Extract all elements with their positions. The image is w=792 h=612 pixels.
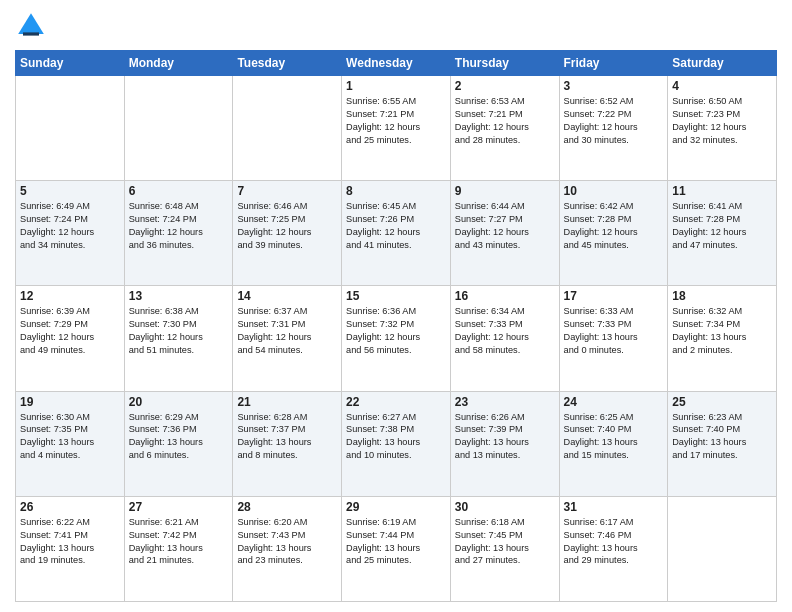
weekday-header-friday: Friday: [559, 51, 668, 76]
day-number: 21: [237, 395, 337, 409]
day-info: Sunrise: 6:22 AM Sunset: 7:41 PM Dayligh…: [20, 516, 120, 568]
day-info: Sunrise: 6:34 AM Sunset: 7:33 PM Dayligh…: [455, 305, 555, 357]
day-info: Sunrise: 6:17 AM Sunset: 7:46 PM Dayligh…: [564, 516, 664, 568]
weekday-header-row: SundayMondayTuesdayWednesdayThursdayFrid…: [16, 51, 777, 76]
day-info: Sunrise: 6:32 AM Sunset: 7:34 PM Dayligh…: [672, 305, 772, 357]
day-info: Sunrise: 6:48 AM Sunset: 7:24 PM Dayligh…: [129, 200, 229, 252]
calendar-cell: 6Sunrise: 6:48 AM Sunset: 7:24 PM Daylig…: [124, 181, 233, 286]
calendar-cell: 26Sunrise: 6:22 AM Sunset: 7:41 PM Dayli…: [16, 496, 125, 601]
calendar-cell: 19Sunrise: 6:30 AM Sunset: 7:35 PM Dayli…: [16, 391, 125, 496]
calendar-cell: 24Sunrise: 6:25 AM Sunset: 7:40 PM Dayli…: [559, 391, 668, 496]
calendar-week-row: 1Sunrise: 6:55 AM Sunset: 7:21 PM Daylig…: [16, 76, 777, 181]
day-number: 30: [455, 500, 555, 514]
calendar-cell: 30Sunrise: 6:18 AM Sunset: 7:45 PM Dayli…: [450, 496, 559, 601]
day-number: 11: [672, 184, 772, 198]
day-info: Sunrise: 6:38 AM Sunset: 7:30 PM Dayligh…: [129, 305, 229, 357]
day-info: Sunrise: 6:49 AM Sunset: 7:24 PM Dayligh…: [20, 200, 120, 252]
day-info: Sunrise: 6:50 AM Sunset: 7:23 PM Dayligh…: [672, 95, 772, 147]
calendar-table: SundayMondayTuesdayWednesdayThursdayFrid…: [15, 50, 777, 602]
calendar-week-row: 26Sunrise: 6:22 AM Sunset: 7:41 PM Dayli…: [16, 496, 777, 601]
day-info: Sunrise: 6:36 AM Sunset: 7:32 PM Dayligh…: [346, 305, 446, 357]
day-info: Sunrise: 6:25 AM Sunset: 7:40 PM Dayligh…: [564, 411, 664, 463]
logo: [15, 10, 51, 42]
calendar-week-row: 19Sunrise: 6:30 AM Sunset: 7:35 PM Dayli…: [16, 391, 777, 496]
calendar-cell: 22Sunrise: 6:27 AM Sunset: 7:38 PM Dayli…: [342, 391, 451, 496]
calendar-cell: 4Sunrise: 6:50 AM Sunset: 7:23 PM Daylig…: [668, 76, 777, 181]
weekday-header-sunday: Sunday: [16, 51, 125, 76]
calendar-cell: [668, 496, 777, 601]
day-number: 16: [455, 289, 555, 303]
day-info: Sunrise: 6:21 AM Sunset: 7:42 PM Dayligh…: [129, 516, 229, 568]
day-info: Sunrise: 6:27 AM Sunset: 7:38 PM Dayligh…: [346, 411, 446, 463]
day-info: Sunrise: 6:42 AM Sunset: 7:28 PM Dayligh…: [564, 200, 664, 252]
day-info: Sunrise: 6:52 AM Sunset: 7:22 PM Dayligh…: [564, 95, 664, 147]
svg-rect-1: [23, 32, 39, 35]
day-number: 4: [672, 79, 772, 93]
svg-marker-0: [18, 13, 44, 34]
day-number: 23: [455, 395, 555, 409]
weekday-header-thursday: Thursday: [450, 51, 559, 76]
calendar-cell: 27Sunrise: 6:21 AM Sunset: 7:42 PM Dayli…: [124, 496, 233, 601]
calendar-cell: 14Sunrise: 6:37 AM Sunset: 7:31 PM Dayli…: [233, 286, 342, 391]
day-info: Sunrise: 6:55 AM Sunset: 7:21 PM Dayligh…: [346, 95, 446, 147]
calendar-cell: 18Sunrise: 6:32 AM Sunset: 7:34 PM Dayli…: [668, 286, 777, 391]
calendar-cell: 7Sunrise: 6:46 AM Sunset: 7:25 PM Daylig…: [233, 181, 342, 286]
weekday-header-tuesday: Tuesday: [233, 51, 342, 76]
day-number: 6: [129, 184, 229, 198]
day-number: 27: [129, 500, 229, 514]
day-number: 2: [455, 79, 555, 93]
day-number: 9: [455, 184, 555, 198]
calendar-cell: 5Sunrise: 6:49 AM Sunset: 7:24 PM Daylig…: [16, 181, 125, 286]
day-info: Sunrise: 6:18 AM Sunset: 7:45 PM Dayligh…: [455, 516, 555, 568]
calendar-cell: 12Sunrise: 6:39 AM Sunset: 7:29 PM Dayli…: [16, 286, 125, 391]
day-number: 25: [672, 395, 772, 409]
day-info: Sunrise: 6:41 AM Sunset: 7:28 PM Dayligh…: [672, 200, 772, 252]
calendar-cell: 25Sunrise: 6:23 AM Sunset: 7:40 PM Dayli…: [668, 391, 777, 496]
day-info: Sunrise: 6:20 AM Sunset: 7:43 PM Dayligh…: [237, 516, 337, 568]
day-number: 15: [346, 289, 446, 303]
day-number: 18: [672, 289, 772, 303]
calendar-cell: 2Sunrise: 6:53 AM Sunset: 7:21 PM Daylig…: [450, 76, 559, 181]
day-info: Sunrise: 6:30 AM Sunset: 7:35 PM Dayligh…: [20, 411, 120, 463]
day-info: Sunrise: 6:37 AM Sunset: 7:31 PM Dayligh…: [237, 305, 337, 357]
calendar-cell: 11Sunrise: 6:41 AM Sunset: 7:28 PM Dayli…: [668, 181, 777, 286]
day-info: Sunrise: 6:46 AM Sunset: 7:25 PM Dayligh…: [237, 200, 337, 252]
calendar-cell: [124, 76, 233, 181]
day-number: 1: [346, 79, 446, 93]
day-number: 10: [564, 184, 664, 198]
calendar-cell: 21Sunrise: 6:28 AM Sunset: 7:37 PM Dayli…: [233, 391, 342, 496]
header: [15, 10, 777, 42]
day-info: Sunrise: 6:26 AM Sunset: 7:39 PM Dayligh…: [455, 411, 555, 463]
day-info: Sunrise: 6:33 AM Sunset: 7:33 PM Dayligh…: [564, 305, 664, 357]
calendar-cell: 17Sunrise: 6:33 AM Sunset: 7:33 PM Dayli…: [559, 286, 668, 391]
day-number: 22: [346, 395, 446, 409]
day-info: Sunrise: 6:19 AM Sunset: 7:44 PM Dayligh…: [346, 516, 446, 568]
day-number: 29: [346, 500, 446, 514]
day-info: Sunrise: 6:29 AM Sunset: 7:36 PM Dayligh…: [129, 411, 229, 463]
calendar-cell: 13Sunrise: 6:38 AM Sunset: 7:30 PM Dayli…: [124, 286, 233, 391]
day-info: Sunrise: 6:45 AM Sunset: 7:26 PM Dayligh…: [346, 200, 446, 252]
page: SundayMondayTuesdayWednesdayThursdayFrid…: [0, 0, 792, 612]
day-number: 24: [564, 395, 664, 409]
calendar-cell: 29Sunrise: 6:19 AM Sunset: 7:44 PM Dayli…: [342, 496, 451, 601]
day-number: 8: [346, 184, 446, 198]
calendar-cell: 8Sunrise: 6:45 AM Sunset: 7:26 PM Daylig…: [342, 181, 451, 286]
calendar-cell: 23Sunrise: 6:26 AM Sunset: 7:39 PM Dayli…: [450, 391, 559, 496]
calendar-cell: 3Sunrise: 6:52 AM Sunset: 7:22 PM Daylig…: [559, 76, 668, 181]
day-info: Sunrise: 6:44 AM Sunset: 7:27 PM Dayligh…: [455, 200, 555, 252]
day-number: 13: [129, 289, 229, 303]
weekday-header-monday: Monday: [124, 51, 233, 76]
calendar-cell: [233, 76, 342, 181]
day-info: Sunrise: 6:23 AM Sunset: 7:40 PM Dayligh…: [672, 411, 772, 463]
day-number: 20: [129, 395, 229, 409]
calendar-cell: 31Sunrise: 6:17 AM Sunset: 7:46 PM Dayli…: [559, 496, 668, 601]
calendar-cell: 10Sunrise: 6:42 AM Sunset: 7:28 PM Dayli…: [559, 181, 668, 286]
day-info: Sunrise: 6:28 AM Sunset: 7:37 PM Dayligh…: [237, 411, 337, 463]
day-number: 14: [237, 289, 337, 303]
calendar-cell: 20Sunrise: 6:29 AM Sunset: 7:36 PM Dayli…: [124, 391, 233, 496]
day-number: 26: [20, 500, 120, 514]
weekday-header-wednesday: Wednesday: [342, 51, 451, 76]
calendar-cell: 28Sunrise: 6:20 AM Sunset: 7:43 PM Dayli…: [233, 496, 342, 601]
calendar-cell: 1Sunrise: 6:55 AM Sunset: 7:21 PM Daylig…: [342, 76, 451, 181]
calendar-week-row: 5Sunrise: 6:49 AM Sunset: 7:24 PM Daylig…: [16, 181, 777, 286]
